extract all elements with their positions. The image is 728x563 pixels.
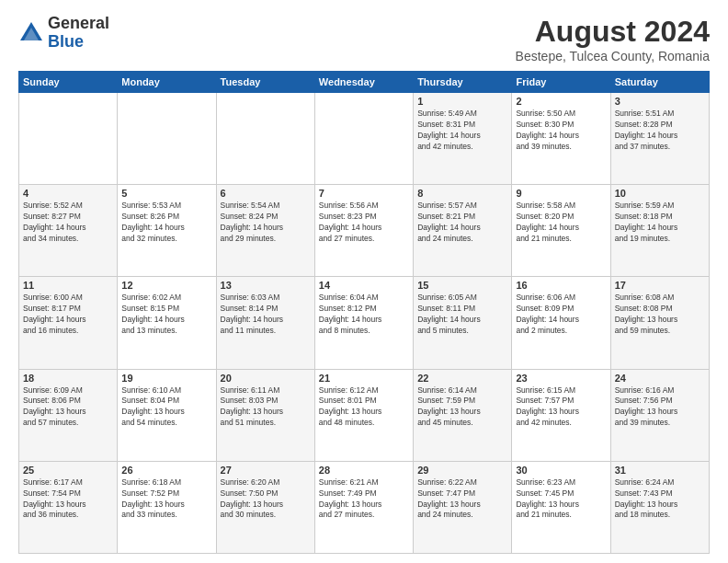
day-info: Sunrise: 5:50 AM Sunset: 8:30 PM Dayligh… — [516, 109, 606, 153]
day-number: 14 — [319, 280, 409, 291]
table-row: 2Sunrise: 5:50 AM Sunset: 8:30 PM Daylig… — [512, 93, 610, 185]
table-row: 17Sunrise: 6:08 AM Sunset: 8:08 PM Dayli… — [610, 277, 709, 369]
day-number: 3 — [615, 96, 705, 107]
table-row: 4Sunrise: 5:52 AM Sunset: 8:27 PM Daylig… — [19, 185, 118, 277]
table-row: 11Sunrise: 6:00 AM Sunset: 8:17 PM Dayli… — [19, 277, 118, 369]
calendar-header-row: Sunday Monday Tuesday Wednesday Thursday… — [19, 72, 710, 93]
day-number: 22 — [417, 373, 507, 384]
table-row: 21Sunrise: 6:12 AM Sunset: 8:01 PM Dayli… — [314, 369, 413, 461]
logo-blue: Blue — [48, 32, 84, 51]
day-number: 11 — [23, 280, 113, 291]
calendar-table: Sunday Monday Tuesday Wednesday Thursday… — [18, 71, 710, 554]
day-number: 5 — [121, 188, 211, 199]
main-title: August 2024 — [516, 15, 710, 49]
day-info: Sunrise: 5:49 AM Sunset: 8:31 PM Dayligh… — [417, 109, 507, 153]
day-number: 4 — [23, 188, 113, 199]
day-info: Sunrise: 6:17 AM Sunset: 7:54 PM Dayligh… — [23, 477, 113, 522]
header-friday: Friday — [512, 72, 610, 93]
table-row: 5Sunrise: 5:53 AM Sunset: 8:26 PM Daylig… — [118, 185, 216, 277]
table-row: 25Sunrise: 6:17 AM Sunset: 7:54 PM Dayli… — [19, 461, 118, 553]
day-number: 6 — [221, 188, 311, 199]
day-number: 29 — [417, 465, 507, 476]
calendar-week-1: 1Sunrise: 5:49 AM Sunset: 8:31 PM Daylig… — [19, 93, 710, 185]
day-number: 16 — [516, 280, 606, 291]
table-row: 22Sunrise: 6:14 AM Sunset: 7:59 PM Dayli… — [414, 369, 512, 461]
table-row: 7Sunrise: 5:56 AM Sunset: 8:23 PM Daylig… — [314, 185, 413, 277]
day-number: 15 — [417, 280, 507, 291]
day-info: Sunrise: 6:12 AM Sunset: 8:01 PM Dayligh… — [319, 385, 409, 430]
day-number: 7 — [319, 188, 409, 199]
table-row — [19, 93, 118, 185]
day-number: 10 — [615, 188, 705, 199]
day-info: Sunrise: 5:56 AM Sunset: 8:23 PM Dayligh… — [319, 201, 409, 245]
day-info: Sunrise: 6:00 AM Sunset: 8:17 PM Dayligh… — [23, 293, 113, 337]
day-number: 25 — [23, 465, 113, 476]
day-info: Sunrise: 6:02 AM Sunset: 8:15 PM Dayligh… — [121, 293, 211, 337]
table-row: 16Sunrise: 6:06 AM Sunset: 8:09 PM Dayli… — [512, 277, 610, 369]
table-row: 28Sunrise: 6:21 AM Sunset: 7:49 PM Dayli… — [314, 461, 413, 553]
page: General Blue August 2024 Bestepe, Tulcea… — [0, 0, 728, 563]
table-row: 12Sunrise: 6:02 AM Sunset: 8:15 PM Dayli… — [118, 277, 216, 369]
day-info: Sunrise: 5:58 AM Sunset: 8:20 PM Dayligh… — [516, 201, 606, 245]
day-number: 31 — [615, 465, 705, 476]
day-number: 9 — [516, 188, 606, 199]
day-number: 24 — [615, 373, 705, 384]
table-row: 1Sunrise: 5:49 AM Sunset: 8:31 PM Daylig… — [414, 93, 512, 185]
day-number: 23 — [516, 373, 606, 384]
header-tuesday: Tuesday — [216, 72, 314, 93]
day-number: 2 — [516, 96, 606, 107]
day-info: Sunrise: 6:21 AM Sunset: 7:49 PM Dayligh… — [319, 477, 409, 522]
table-row: 23Sunrise: 6:15 AM Sunset: 7:57 PM Dayli… — [512, 369, 610, 461]
day-info: Sunrise: 6:11 AM Sunset: 8:03 PM Dayligh… — [221, 385, 311, 430]
day-number: 18 — [23, 373, 113, 384]
logo-general: General — [48, 14, 109, 32]
calendar-week-4: 18Sunrise: 6:09 AM Sunset: 8:06 PM Dayli… — [19, 369, 710, 461]
table-row: 6Sunrise: 5:54 AM Sunset: 8:24 PM Daylig… — [216, 185, 314, 277]
table-row: 27Sunrise: 6:20 AM Sunset: 7:50 PM Dayli… — [216, 461, 314, 553]
table-row: 3Sunrise: 5:51 AM Sunset: 8:28 PM Daylig… — [610, 93, 709, 185]
day-info: Sunrise: 6:23 AM Sunset: 7:45 PM Dayligh… — [516, 477, 606, 522]
day-info: Sunrise: 5:51 AM Sunset: 8:28 PM Dayligh… — [615, 109, 705, 153]
table-row: 20Sunrise: 6:11 AM Sunset: 8:03 PM Dayli… — [216, 369, 314, 461]
calendar-week-3: 11Sunrise: 6:00 AM Sunset: 8:17 PM Dayli… — [19, 277, 710, 369]
day-number: 21 — [319, 373, 409, 384]
header-sunday: Sunday — [19, 72, 118, 93]
day-number: 12 — [121, 280, 211, 291]
day-info: Sunrise: 6:04 AM Sunset: 8:12 PM Dayligh… — [319, 293, 409, 337]
day-info: Sunrise: 6:14 AM Sunset: 7:59 PM Dayligh… — [417, 385, 507, 430]
table-row: 14Sunrise: 6:04 AM Sunset: 8:12 PM Dayli… — [314, 277, 413, 369]
header: General Blue August 2024 Bestepe, Tulcea… — [18, 15, 710, 63]
day-info: Sunrise: 5:54 AM Sunset: 8:24 PM Dayligh… — [221, 201, 311, 245]
table-row — [118, 93, 216, 185]
table-row: 15Sunrise: 6:05 AM Sunset: 8:11 PM Dayli… — [414, 277, 512, 369]
day-number: 13 — [221, 280, 311, 291]
day-info: Sunrise: 5:52 AM Sunset: 8:27 PM Dayligh… — [23, 201, 113, 245]
table-row: 13Sunrise: 6:03 AM Sunset: 8:14 PM Dayli… — [216, 277, 314, 369]
table-row: 18Sunrise: 6:09 AM Sunset: 8:06 PM Dayli… — [19, 369, 118, 461]
day-info: Sunrise: 6:10 AM Sunset: 8:04 PM Dayligh… — [121, 385, 211, 430]
table-row: 30Sunrise: 6:23 AM Sunset: 7:45 PM Dayli… — [512, 461, 610, 553]
day-info: Sunrise: 6:18 AM Sunset: 7:52 PM Dayligh… — [121, 477, 211, 522]
day-info: Sunrise: 6:06 AM Sunset: 8:09 PM Dayligh… — [516, 293, 606, 337]
day-number: 20 — [221, 373, 311, 384]
header-wednesday: Wednesday — [314, 72, 413, 93]
day-info: Sunrise: 5:53 AM Sunset: 8:26 PM Dayligh… — [121, 201, 211, 245]
logo-icon — [18, 20, 44, 46]
day-info: Sunrise: 5:59 AM Sunset: 8:18 PM Dayligh… — [615, 201, 705, 245]
logo: General Blue — [18, 15, 109, 52]
table-row: 29Sunrise: 6:22 AM Sunset: 7:47 PM Dayli… — [414, 461, 512, 553]
day-number: 28 — [319, 465, 409, 476]
header-monday: Monday — [118, 72, 216, 93]
day-number: 17 — [615, 280, 705, 291]
header-thursday: Thursday — [414, 72, 512, 93]
table-row — [314, 93, 413, 185]
day-info: Sunrise: 6:03 AM Sunset: 8:14 PM Dayligh… — [221, 293, 311, 337]
calendar-week-5: 25Sunrise: 6:17 AM Sunset: 7:54 PM Dayli… — [19, 461, 710, 553]
table-row: 8Sunrise: 5:57 AM Sunset: 8:21 PM Daylig… — [414, 185, 512, 277]
table-row: 24Sunrise: 6:16 AM Sunset: 7:56 PM Dayli… — [610, 369, 709, 461]
day-info: Sunrise: 6:09 AM Sunset: 8:06 PM Dayligh… — [23, 385, 113, 430]
day-info: Sunrise: 6:22 AM Sunset: 7:47 PM Dayligh… — [417, 477, 507, 522]
calendar-week-2: 4Sunrise: 5:52 AM Sunset: 8:27 PM Daylig… — [19, 185, 710, 277]
day-info: Sunrise: 6:20 AM Sunset: 7:50 PM Dayligh… — [221, 477, 311, 522]
day-number: 19 — [121, 373, 211, 384]
